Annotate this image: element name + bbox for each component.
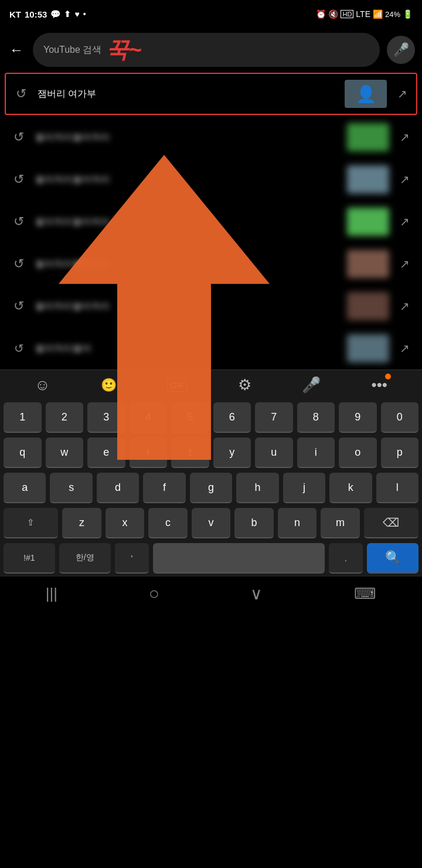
external-link-icon-0[interactable]: ↗	[394, 87, 410, 101]
key-h[interactable]: h	[236, 473, 278, 503]
key-4[interactable]: 4	[130, 402, 168, 433]
key-y[interactable]: y	[213, 438, 251, 468]
upload-icon: ⬆	[64, 9, 71, 19]
external-link-icon-6[interactable]: ↗	[396, 341, 413, 355]
key-v[interactable]: v	[192, 508, 231, 538]
result-thumb-4	[347, 250, 389, 278]
search-placeholder: YouTube 검색	[43, 44, 101, 56]
search-key[interactable]: 🔍	[367, 543, 418, 574]
key-k[interactable]: k	[329, 473, 372, 503]
key-e[interactable]: e	[87, 438, 125, 468]
search-annotation: 꾹~	[106, 39, 141, 61]
key-3[interactable]: 3	[87, 402, 125, 433]
result-thumb-1	[347, 123, 389, 151]
lang-key[interactable]: 한/영	[59, 543, 111, 574]
emoji-button[interactable]: ☺	[35, 376, 50, 394]
key-8[interactable]: 8	[297, 402, 335, 433]
results-list: ↺ 잼버리 여가부 👤 ↗ ↺ 블러처리블러처리 ↗ ↺ 블러처리블러처리 ↗ …	[0, 73, 422, 369]
key-2[interactable]: 2	[46, 402, 84, 433]
history-icon-3: ↺	[9, 214, 28, 229]
key-u[interactable]: u	[255, 438, 293, 468]
key-7[interactable]: 7	[255, 402, 293, 433]
shift-key[interactable]: ⇧	[4, 508, 58, 538]
status-right: ⏰ 🔇 HD LTE 📶 24% 🔋	[316, 9, 413, 19]
search-input-wrapper[interactable]: YouTube 검색 꾹~	[33, 33, 380, 67]
key-d[interactable]: d	[97, 473, 139, 503]
key-a[interactable]: a	[4, 473, 46, 503]
backspace-key[interactable]: ⌫	[364, 508, 418, 538]
history-icon-0: ↺	[12, 86, 30, 101]
key-s[interactable]: s	[50, 473, 92, 503]
back-button[interactable]: ←	[7, 39, 26, 60]
key-p[interactable]: p	[381, 438, 419, 468]
key-n[interactable]: n	[278, 508, 317, 538]
message-icon: 💬	[50, 9, 60, 19]
more-button[interactable]: •••	[372, 376, 387, 394]
time-label: 10:53	[25, 9, 47, 19]
space-key[interactable]	[153, 543, 325, 574]
key-t[interactable]: t	[171, 438, 209, 468]
symbols-key[interactable]: !#1	[4, 543, 55, 574]
result-thumb-2	[347, 165, 389, 194]
home-nav-button[interactable]: ○	[149, 584, 159, 603]
history-icon-4: ↺	[9, 256, 28, 272]
result-text-2: 블러처리블러처리	[35, 174, 340, 186]
external-link-icon-1[interactable]: ↗	[396, 130, 413, 144]
mute-icon: 🔇	[328, 9, 338, 19]
mic-button[interactable]: 🎤	[387, 36, 415, 64]
battery-icon: 🔋	[403, 9, 413, 19]
carrier-label: KT	[9, 9, 21, 19]
key-r[interactable]: r	[130, 438, 168, 468]
result-text-3: 블러처리블러처리	[35, 216, 340, 228]
result-item-3[interactable]: ↺ 블러처리블러처리 ↗	[0, 201, 422, 243]
zxcv-row: ⇧ z x c v b n m ⌫	[0, 506, 422, 541]
key-q[interactable]: q	[4, 438, 42, 468]
key-6[interactable]: 6	[213, 402, 251, 433]
key-w[interactable]: w	[46, 438, 84, 468]
result-text-0: 잼버리 여가부	[38, 88, 338, 100]
sticker-button[interactable]: 🙂	[101, 378, 117, 393]
external-link-icon-2[interactable]: ↗	[396, 172, 413, 187]
settings-button[interactable]: ⚙	[238, 376, 251, 394]
key-g[interactable]: g	[190, 473, 232, 503]
apostrophe-key[interactable]: '	[115, 543, 149, 574]
battery-label: 24%	[385, 10, 400, 19]
gif-button[interactable]: GIF	[167, 378, 188, 392]
result-item-1[interactable]: ↺ 블러처리블러처리 ↗	[0, 116, 422, 158]
recents-nav-button[interactable]: |||	[46, 585, 57, 603]
lte-icon: LTE	[356, 9, 370, 19]
result-item-5[interactable]: ↺ 블러처리블러처리 ↗	[0, 285, 422, 327]
notification-dot	[385, 374, 391, 379]
keyboard: 1 2 3 4 5 6 7 8 9 0 q w e r t y u i o p …	[0, 400, 422, 576]
result-item-4[interactable]: ↺ 블러처리블러처리 ↗	[0, 243, 422, 285]
key-9[interactable]: 9	[339, 402, 377, 433]
back-nav-button[interactable]: ∨	[250, 584, 263, 603]
key-f[interactable]: f	[143, 473, 185, 503]
external-link-icon-5[interactable]: ↗	[396, 299, 413, 313]
key-i[interactable]: i	[297, 438, 335, 468]
key-c[interactable]: c	[148, 508, 188, 538]
key-m[interactable]: m	[321, 508, 360, 538]
key-1[interactable]: 1	[4, 402, 42, 433]
key-5[interactable]: 5	[171, 402, 209, 433]
more-wrapper: •••	[372, 376, 387, 394]
key-l[interactable]: l	[376, 473, 418, 503]
result-item-2[interactable]: ↺ 블러처리블러처리 ↗	[0, 158, 422, 201]
key-o[interactable]: o	[339, 438, 377, 468]
result-item-6[interactable]: ↺ 블러처리블러 ↗	[0, 327, 422, 369]
voice-button[interactable]: 🎤	[302, 376, 321, 394]
keyboard-nav-button[interactable]: ⌨	[354, 585, 376, 603]
status-bar: KT 10:53 💬 ⬆ ♥ • ⏰ 🔇 HD LTE 📶 24% 🔋	[0, 0, 422, 28]
external-link-icon-3[interactable]: ↗	[396, 215, 413, 229]
key-j[interactable]: j	[283, 473, 325, 503]
result-text-5: 블러처리블러처리	[35, 300, 340, 313]
dot-icon: •	[83, 9, 86, 19]
key-x[interactable]: x	[106, 508, 145, 538]
result-item-0[interactable]: ↺ 잼버리 여가부 👤 ↗	[5, 73, 417, 115]
key-b[interactable]: b	[234, 508, 274, 538]
key-z[interactable]: z	[62, 508, 101, 538]
period-key[interactable]: .	[329, 543, 363, 574]
key-0[interactable]: 0	[381, 402, 419, 433]
external-link-icon-4[interactable]: ↗	[396, 257, 413, 271]
result-thumb-5	[347, 292, 389, 320]
